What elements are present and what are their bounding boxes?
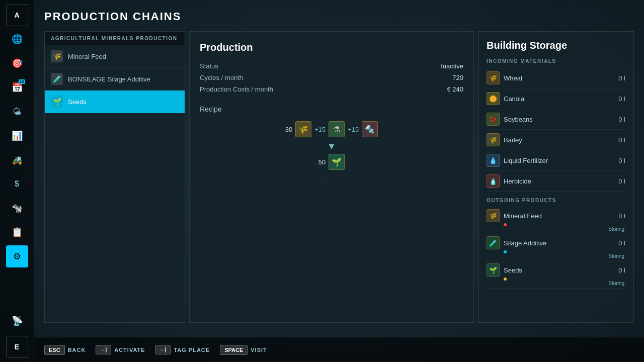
barley-name: Barley: [504, 136, 618, 144]
activate-key-btn[interactable]: →| ACTIVATE: [96, 345, 145, 354]
storage-liquid-fert: 💧 Liquid Fertilizer 0 l: [487, 150, 625, 171]
canola-icon: 🌼: [487, 92, 500, 105]
out-mineral-feed-icon: 🌾: [487, 209, 500, 222]
costs-value: € 240: [447, 85, 463, 93]
recipe-arrow: ▼: [200, 141, 463, 152]
herbicide-icon: 🧴: [487, 174, 500, 188]
sidebar-item-comms[interactable]: 📡: [6, 310, 28, 332]
mineral-feed-label: Mineral Feed: [68, 53, 106, 60]
tag-key: ←|: [155, 345, 171, 354]
bottom-bar: ESC BACK →| ACTIVATE ←| TAG PLACE SPACE …: [34, 337, 644, 362]
costs-label: Production Costs / month: [200, 85, 273, 93]
recipe-section: Recipe 30 🌾 +15 ⚗ +15 🔩 ▼ 50 🌱: [200, 105, 463, 170]
storage-herbicide: 🧴 Herbicide 0 l: [487, 171, 625, 192]
status-row: Status Inactive: [200, 62, 463, 70]
recipe-inputs-row: 30 🌾 +15 ⚗ +15 🔩: [200, 121, 463, 137]
outgoing-section: OUTGOING PRODUCTS 🌾 Mineral Feed 0 l Sto…: [487, 198, 625, 289]
building-storage-title: Building Storage: [487, 40, 625, 51]
storage-wheat: 🌾 Wheat 0 l: [487, 68, 625, 88]
sidebar-item-steering[interactable]: 🎯: [6, 52, 28, 74]
sidebar-item-weather[interactable]: 🌤: [6, 101, 28, 123]
input-3-icon: 🔩: [362, 121, 378, 137]
page-title: PRODUCTION CHAINS: [44, 10, 634, 23]
storage-canola: 🌼 Canola 0 l: [487, 88, 625, 109]
out-seeds-val: 0 l: [618, 266, 625, 274]
sidebar: A 🌐 🎯 📅 15 🌤 📊 🚜 $ 🐄 📋 ⚙ 📡 E: [0, 0, 34, 362]
production-panel-title: Production: [200, 42, 463, 53]
sidebar-item-money[interactable]: $: [6, 173, 28, 195]
wheat-name: Wheat: [504, 74, 618, 82]
visit-key-btn[interactable]: SPACE VISIT: [220, 345, 267, 355]
liquid-fert-val: 0 l: [618, 157, 625, 164]
bonsilage-icon: 🧪: [51, 73, 63, 85]
input-2-amount: +15: [314, 126, 326, 133]
bonsilage-label: BONSILAGE Silage Additive: [68, 75, 150, 83]
list-item-mineral-feed[interactable]: 🌾 Mineral Feed: [45, 45, 185, 68]
outgoing-seeds: 🌱 Seeds 0 l Storing: [487, 261, 625, 289]
cycles-label: Cycles / month: [200, 74, 243, 81]
seeds-icon: 🌱: [51, 96, 63, 108]
liquid-fert-name: Liquid Fertilizer: [504, 157, 618, 164]
output-icon: 🌱: [329, 154, 345, 170]
out-mineral-feed-val: 0 l: [618, 212, 625, 220]
input-2-icon: ⚗: [329, 121, 345, 137]
out-seeds-name: Seeds: [504, 266, 618, 274]
sidebar-item-globe[interactable]: 🌐: [6, 28, 28, 50]
esc-key: ESC: [44, 345, 65, 355]
canola-val: 0 l: [618, 95, 625, 103]
esc-key-btn[interactable]: ESC BACK: [44, 345, 86, 355]
sidebar-item-calendar[interactable]: 📅 15: [6, 76, 28, 99]
esc-label: BACK: [68, 347, 86, 353]
sidebar-item-animals[interactable]: 🐄: [6, 197, 28, 219]
main-content: PRODUCTION CHAINS AGRICULTURAL MINERALS …: [34, 0, 644, 362]
sidebar-item-e[interactable]: E: [6, 336, 28, 358]
visit-key: SPACE: [220, 345, 248, 355]
costs-row: Production Costs / month € 240: [200, 85, 463, 93]
sidebar-item-tractor[interactable]: 🚜: [6, 149, 28, 171]
cycles-value: 720: [452, 74, 463, 81]
outgoing-header: OUTGOING PRODUCTS: [487, 198, 625, 203]
storage-barley: 🌾 Barley 0 l: [487, 130, 625, 150]
liquid-fert-icon: 💧: [487, 154, 500, 167]
outgoing-seeds-row: 🌱 Seeds 0 l: [487, 263, 625, 277]
sidebar-item-chart[interactable]: 📊: [6, 125, 28, 147]
barley-icon: 🌾: [487, 133, 500, 146]
barley-val: 0 l: [618, 136, 625, 144]
out-silage-name: Silage Additive: [504, 239, 618, 247]
outgoing-silage-row: 🧪 Silage Additive 0 l: [487, 236, 625, 249]
building-storage-panel: Building Storage INCOMING MATERIALS 🌾 Wh…: [478, 31, 634, 323]
recipe-title: Recipe: [200, 105, 463, 113]
outgoing-silage: 🧪 Silage Additive 0 l Storing: [487, 234, 625, 261]
list-item-seeds[interactable]: 🌱 Seeds: [45, 90, 185, 113]
status-value: Inactive: [441, 62, 463, 70]
storage-soybeans: 🫘 Soybeans 0 l: [487, 109, 625, 130]
sidebar-item-tasks[interactable]: 📋: [6, 221, 28, 243]
wheat-icon: 🌾: [487, 71, 500, 84]
columns-container: AGRICULTURAL MINERALS PRODUCTION 🌾 Miner…: [44, 31, 634, 323]
out-seeds-icon: 🌱: [487, 263, 500, 277]
sidebar-item-production[interactable]: ⚙: [6, 245, 28, 267]
activate-label: ACTIVATE: [114, 347, 145, 353]
list-item-bonsilage[interactable]: 🧪 BONSILAGE Silage Additive: [45, 68, 185, 90]
canola-name: Canola: [504, 95, 618, 103]
input-3-amount: +15: [348, 126, 359, 133]
out-silage-val: 0 l: [618, 239, 625, 247]
list-header: AGRICULTURAL MINERALS PRODUCTION: [45, 32, 185, 45]
tag-label: TAG PLACE: [174, 347, 210, 353]
incoming-header: INCOMING MATERIALS: [487, 58, 625, 64]
tag-key-btn[interactable]: ←| TAG PLACE: [155, 345, 210, 354]
input-1-icon: 🌾: [295, 121, 311, 137]
sidebar-item-a[interactable]: A: [6, 4, 28, 26]
cycles-row: Cycles / month 720: [200, 74, 463, 81]
silage-status-label: Storing: [487, 253, 625, 259]
herbicide-val: 0 l: [618, 177, 625, 185]
out-mineral-feed-name: Mineral Feed: [504, 212, 618, 220]
wheat-val: 0 l: [618, 74, 625, 82]
status-label: Status: [200, 62, 218, 70]
production-panel: Production Status Inactive Cycles / mont…: [189, 31, 474, 323]
seeds-status-label: Storing: [487, 281, 625, 286]
herbicide-name: Herbicide: [504, 177, 618, 185]
seeds-label: Seeds: [68, 98, 87, 106]
production-list-panel: AGRICULTURAL MINERALS PRODUCTION 🌾 Miner…: [44, 31, 185, 323]
out-silage-icon: 🧪: [487, 236, 500, 249]
